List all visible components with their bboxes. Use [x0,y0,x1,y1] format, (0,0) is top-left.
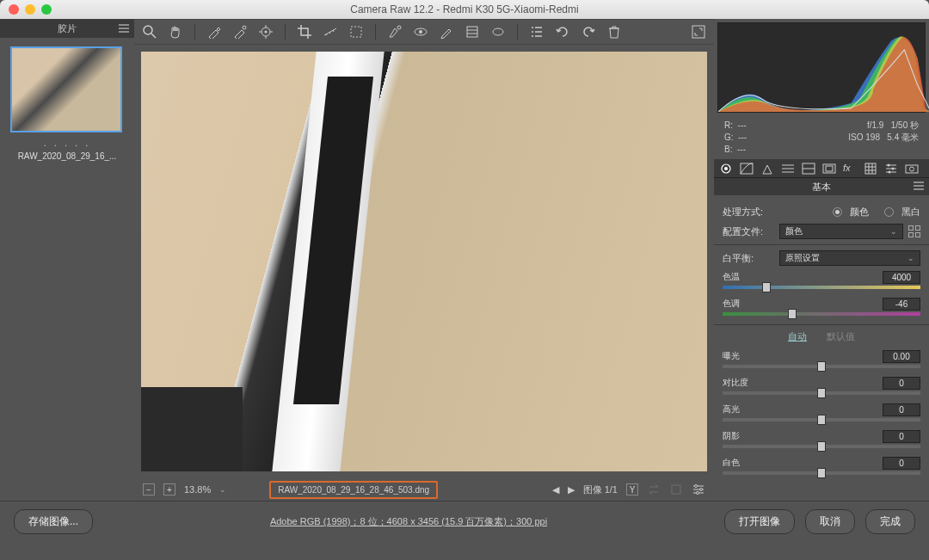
panel-menu-icon[interactable] [914,182,924,190]
zoom-dropdown-icon[interactable]: ⌄ [219,485,226,494]
fx-tab-icon[interactable]: fx [843,163,857,175]
filmstrip-header: 胶片 [0,19,134,38]
adjustment-brush-tool-icon[interactable] [440,25,453,39]
snapshots-tab-icon[interactable] [905,163,919,175]
thumbnail-label: RAW_2020_08_29_16_... [0,151,134,161]
radial-filter-tool-icon[interactable] [491,25,505,39]
rotate-cw-icon[interactable] [581,25,595,39]
before-after-button[interactable]: Y [626,483,638,495]
hand-tool-icon[interactable] [169,25,182,39]
contrast-value[interactable]: 0 [883,377,920,390]
open-image-button[interactable]: 打开图像 [724,509,795,534]
svg-point-22 [888,163,890,166]
default-link[interactable]: 默认值 [827,331,855,342]
prev-image-button[interactable]: ◀ [552,484,559,495]
hsl-tab-icon[interactable] [781,163,795,175]
thumbnail-rating-dots[interactable]: . . . . . [0,138,134,148]
svg-point-0 [144,26,152,34]
svg-point-3 [265,31,268,34]
contrast-slider[interactable] [723,391,920,395]
zoom-level: 13.8% [184,484,211,495]
zoom-out-button[interactable]: − [143,483,155,495]
zoom-window-button[interactable] [41,4,52,15]
status-bar: − + 13.8% ⌄ RAW_2020_08_29_16_28_46_503.… [134,478,714,501]
tint-label: 色调 [723,298,740,311]
auto-link[interactable]: 自动 [788,331,807,342]
color-radio[interactable] [833,207,842,217]
next-image-button[interactable]: ▶ [568,484,575,495]
spot-removal-tool-icon[interactable] [388,25,402,39]
workflow-options-link[interactable]: Adobe RGB (1998)；8 位；4608 x 3456 (15.9 百… [103,515,714,528]
svg-rect-21 [865,163,876,174]
wb-select[interactable]: 原照设置⌄ [779,250,920,266]
image-viewer[interactable] [141,52,707,471]
red-eye-tool-icon[interactable] [414,25,428,39]
rotate-ccw-icon[interactable] [556,25,569,39]
svg-rect-25 [906,165,918,173]
footer: 存储图像... Adobe RGB (1998)；8 位；4608 x 3456… [0,501,929,542]
minimize-window-button[interactable] [25,4,35,15]
svg-point-9 [493,28,503,35]
graduated-filter-tool-icon[interactable] [465,25,479,39]
zoom-tool-icon[interactable] [143,25,157,39]
detail-tab-icon[interactable] [760,163,774,175]
rgb-readout: R: --- G: --- B: --- [724,120,747,156]
basic-tab-icon[interactable] [719,163,733,175]
svg-point-16 [724,167,728,170]
highlights-value[interactable]: 0 [883,403,920,416]
exif-readout: f/1.9 1/50 秒 ISO 198 5.4 毫米 [848,120,919,156]
shadows-value[interactable]: 0 [883,430,920,443]
svg-rect-20 [826,166,833,171]
list-view-icon[interactable] [530,25,544,39]
exposure-slider[interactable] [723,365,920,368]
zoom-in-button[interactable]: + [163,483,175,495]
close-window-button[interactable] [9,4,19,15]
transform-tool-icon[interactable] [349,25,363,39]
histogram[interactable] [717,22,926,113]
done-button[interactable]: 完成 [865,509,915,534]
svg-point-12 [695,485,698,488]
highlights-slider[interactable] [723,418,920,422]
settings-sliders-icon[interactable] [692,483,705,496]
straighten-tool-icon[interactable] [323,25,337,39]
svg-point-1 [243,26,246,29]
tint-value[interactable]: -46 [883,298,920,311]
save-image-button[interactable]: 存储图像... [14,509,93,534]
temp-slider[interactable] [723,286,920,289]
svg-rect-4 [351,27,361,37]
svg-rect-10 [692,26,704,38]
curve-tab-icon[interactable] [740,163,754,175]
filmstrip-menu-icon[interactable] [119,24,129,33]
targeted-adjustment-tool-icon[interactable] [259,25,273,39]
image-counter: 图像 1/1 [583,483,618,496]
tint-slider[interactable] [723,312,920,316]
whites-label: 白色 [723,457,740,470]
swap-icon[interactable] [647,483,661,496]
fullscreen-icon[interactable] [692,25,705,39]
trash-icon[interactable] [607,25,621,39]
lens-tab-icon[interactable] [822,163,836,175]
crop-tool-icon[interactable] [298,25,311,39]
color-sampler-tool-icon[interactable] [233,25,247,39]
temp-label: 色温 [723,271,740,284]
whites-slider[interactable] [723,471,920,475]
bw-radio[interactable] [884,207,894,217]
svg-rect-17 [741,163,753,174]
filmstrip-panel: 胶片 . . . . . RAW_2020_08_29_16_... [0,19,134,501]
copy-settings-icon[interactable] [669,483,683,496]
shadows-slider[interactable] [723,445,920,448]
calibration-tab-icon[interactable] [864,163,877,175]
split-tone-tab-icon[interactable] [802,163,815,175]
white-balance-tool-icon[interactable] [207,25,221,39]
exposure-value[interactable]: 0.00 [883,350,920,363]
profile-label: 配置文件: [723,225,774,238]
cancel-button[interactable]: 取消 [805,509,855,534]
wb-label: 白平衡: [723,252,774,265]
profile-browser-icon[interactable] [908,225,920,237]
whites-value[interactable]: 0 [883,457,920,470]
thumbnail[interactable] [10,46,122,132]
presets-tab-icon[interactable] [884,163,898,175]
exposure-label: 曝光 [723,350,740,363]
temp-value[interactable]: 4000 [883,271,920,284]
profile-select[interactable]: 颜色⌄ [779,224,903,239]
